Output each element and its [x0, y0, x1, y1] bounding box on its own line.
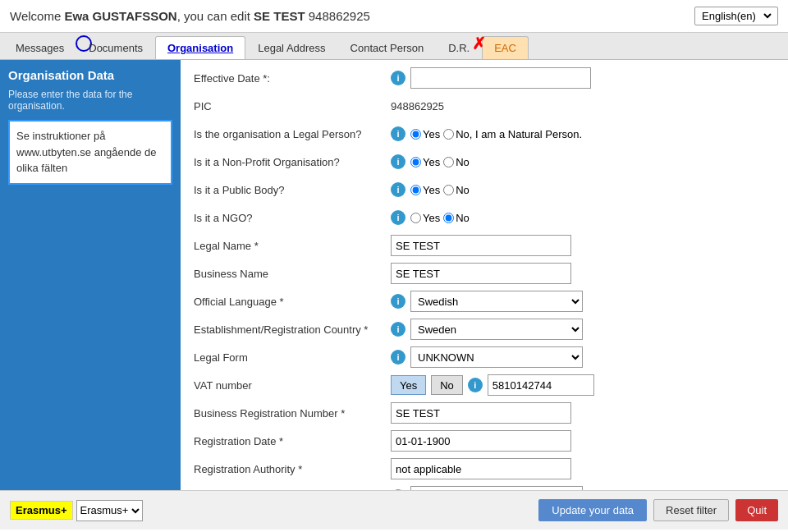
header: Welcome Ewa GUSTAFSSON, you can edit SE … — [0, 0, 788, 33]
official-language-select[interactable]: Swedish English French German — [410, 291, 583, 312]
erasmus-dropdown[interactable]: Erasmus+ — [76, 500, 143, 521]
legal-name-control — [391, 235, 571, 256]
ngo-info-icon[interactable]: i — [391, 210, 405, 225]
ngo-yes-text: Yes — [423, 212, 440, 224]
non-profit-info-icon[interactable]: i — [391, 154, 405, 169]
non-profit-radio-group: Yes No — [410, 156, 470, 168]
business-reg-row: Business Registration Number * — [194, 401, 775, 424]
legal-person-yes-label[interactable]: Yes — [410, 128, 440, 140]
establishment-country-control: i Sweden Denmark Norway Finland — [391, 319, 583, 340]
vat-input[interactable] — [488, 374, 594, 396]
non-profit-yes-text: Yes — [423, 156, 440, 168]
header-title: Welcome Ewa GUSTAFSSON, you can edit SE … — [10, 9, 370, 23]
sidebar-instruction-box: Se instruktioner på www.utbyten.se angåe… — [8, 120, 172, 185]
effective-date-label: Effective Date *: — [194, 72, 391, 85]
public-body-info-icon[interactable]: i — [391, 182, 405, 197]
legal-form-label: Legal Form — [194, 351, 391, 364]
legal-person-info-icon[interactable]: i — [391, 126, 405, 141]
footer: Erasmus+ Erasmus+ Update your data Reset… — [0, 490, 788, 530]
vat-control: Yes No i — [391, 374, 594, 396]
effective-date-info-icon[interactable]: i — [391, 71, 405, 85]
non-profit-row: Is it a Non-Profit Organisation? i Yes N… — [194, 150, 775, 173]
quit-button[interactable]: Quit — [735, 499, 778, 521]
language-dropdown[interactable]: English(en) Swedish(se) — [699, 9, 774, 23]
non-profit-yes-label[interactable]: Yes — [410, 156, 440, 168]
official-language-row: Official Language * i Swedish English Fr… — [194, 290, 775, 313]
pic-control: 948862925 — [391, 100, 444, 112]
registration-authority-control — [391, 458, 571, 479]
public-body-no-radio[interactable] — [443, 185, 454, 195]
ngo-no-text: No — [456, 212, 470, 224]
vat-info-icon[interactable]: i — [468, 378, 483, 392]
establishment-country-select[interactable]: Sweden Denmark Norway Finland — [410, 319, 583, 340]
nace-select[interactable]: -- Please Select -- A - Agriculture B - … — [410, 486, 583, 490]
x-mark-icon: ✗ — [472, 34, 486, 53]
legal-person-yes-radio[interactable] — [410, 129, 421, 140]
legal-person-no-label[interactable]: No, I am a Natural Person. — [443, 128, 582, 140]
nace-info-icon[interactable]: i — [391, 489, 405, 490]
vat-no-button[interactable]: No — [431, 375, 463, 395]
public-body-yes-label[interactable]: Yes — [410, 184, 440, 196]
pic-value: 948862925 — [391, 100, 444, 112]
sidebar-description: Please enter the data for the organisati… — [8, 89, 172, 112]
legal-name-label: Legal Name * — [194, 240, 391, 252]
ngo-row: Is it a NGO? i Yes No — [194, 206, 775, 229]
ngo-yes-label[interactable]: Yes — [410, 212, 440, 224]
ngo-no-radio[interactable] — [443, 213, 454, 223]
public-body-no-label[interactable]: No — [443, 184, 470, 196]
public-body-radio-group: Yes No — [410, 184, 470, 196]
erasmus-label: Erasmus+ — [10, 501, 73, 520]
legal-person-no-radio[interactable] — [443, 129, 454, 140]
tab-organisation[interactable]: Organisation — [155, 36, 245, 59]
tab-eac[interactable]: EAC — [482, 36, 529, 59]
tab-messages[interactable]: Messages — [3, 36, 76, 59]
business-name-input[interactable] — [391, 263, 571, 284]
tab-legal-address[interactable]: Legal Address — [245, 36, 337, 59]
registration-authority-row: Registration Authority * — [194, 457, 775, 480]
footer-left: Erasmus+ Erasmus+ — [10, 500, 143, 521]
pic-row: PIC 948862925 — [194, 94, 775, 117]
non-profit-no-label[interactable]: No — [443, 156, 470, 168]
main-content: Organisation Data Please enter the data … — [0, 60, 788, 490]
non-profit-yes-radio[interactable] — [410, 157, 421, 167]
ngo-yes-radio[interactable] — [410, 213, 421, 223]
vat-label: VAT number — [194, 379, 391, 392]
non-profit-no-radio[interactable] — [443, 157, 454, 167]
public-body-yes-radio[interactable] — [410, 185, 421, 195]
language-selector[interactable]: English(en) Swedish(se) — [694, 7, 778, 25]
tab-bar: Messages Documents Organisation Legal Ad… — [0, 33, 788, 60]
registration-date-label: Registration Date * — [194, 435, 391, 447]
registration-authority-input[interactable] — [391, 458, 571, 479]
tab-contact-person[interactable]: Contact Person — [338, 36, 437, 59]
official-language-info-icon[interactable]: i — [391, 294, 405, 309]
update-button[interactable]: Update your data — [538, 499, 647, 521]
non-profit-label: Is it a Non-Profit Organisation? — [194, 156, 391, 168]
tab-dr[interactable]: D.R. ✗ — [436, 36, 482, 59]
legal-person-no-text: No, I am a Natural Person. — [456, 128, 582, 140]
legal-form-row: Legal Form i UNKNOWN Public Private NGO — [194, 346, 775, 369]
ngo-no-label[interactable]: No — [443, 212, 470, 224]
official-language-label: Official Language * — [194, 296, 391, 308]
nace-control: i -- Please Select -- A - Agriculture B … — [391, 486, 583, 490]
establishment-country-info-icon[interactable]: i — [391, 322, 405, 337]
business-name-label: Business Name — [194, 268, 391, 280]
business-name-row: Business Name — [194, 262, 775, 285]
registration-date-input[interactable] — [391, 430, 571, 452]
vat-row: VAT number Yes No i — [194, 374, 775, 397]
legal-form-select[interactable]: UNKNOWN Public Private NGO — [410, 346, 583, 368]
business-reg-input[interactable] — [391, 402, 571, 424]
vat-yes-button[interactable]: Yes — [391, 375, 426, 395]
establishment-country-label: Establishment/Registration Country * — [194, 323, 391, 336]
registration-authority-label: Registration Authority * — [194, 463, 391, 475]
public-body-yes-text: Yes — [423, 184, 440, 196]
public-body-row: Is it a Public Body? i Yes No — [194, 178, 775, 201]
legal-form-info-icon[interactable]: i — [391, 350, 405, 365]
legal-person-row: Is the organisation a Legal Person? i Ye… — [194, 122, 775, 145]
ngo-radio-group: Yes No — [410, 212, 470, 224]
effective-date-input[interactable] — [410, 67, 591, 89]
legal-form-control: i UNKNOWN Public Private NGO — [391, 346, 583, 368]
reset-button[interactable]: Reset filter — [653, 499, 729, 521]
pic-label: PIC — [194, 100, 391, 112]
legal-name-input[interactable] — [391, 235, 571, 256]
tab-documents[interactable]: Documents — [76, 36, 155, 59]
